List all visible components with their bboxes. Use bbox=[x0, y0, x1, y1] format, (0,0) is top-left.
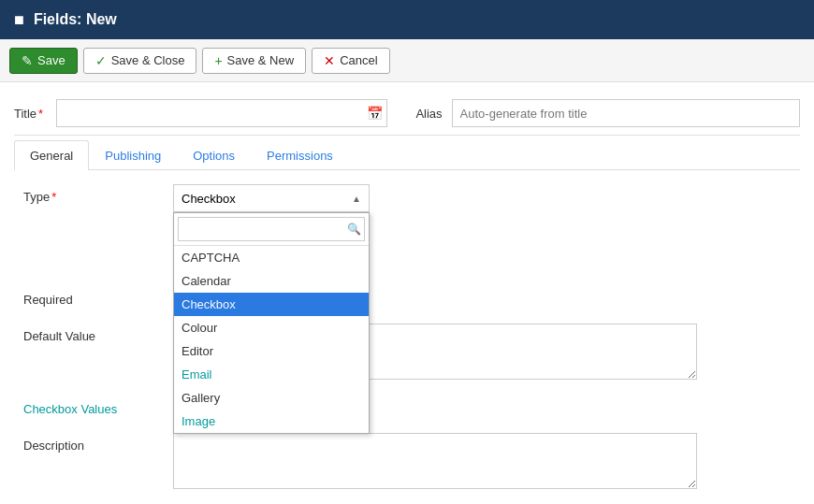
dropdown-item-email[interactable]: Email bbox=[174, 363, 369, 386]
type-dropdown-panel: 🔍 CAPTCHA Calendar Checkbox Colour Edito… bbox=[173, 212, 370, 434]
dropdown-item-gallery[interactable]: Gallery bbox=[174, 386, 369, 410]
title-input[interactable] bbox=[56, 99, 387, 127]
description-row: Description bbox=[14, 433, 800, 489]
title-input-wrapper: 📅 bbox=[56, 99, 387, 127]
alias-label: Alias bbox=[415, 107, 442, 121]
tab-content-general: Type* Checkbox ▲ 🔍 CAPTCHA Calendar bbox=[14, 170, 800, 504]
save-new-button[interactable]: + Save & New bbox=[202, 48, 306, 74]
required-label: Required bbox=[23, 287, 173, 307]
cancel-icon: ✕ bbox=[324, 53, 335, 68]
required-row: Required bbox=[14, 287, 800, 307]
checkbox-values-label: Checkbox Values bbox=[23, 396, 173, 416]
dropdown-item-captcha[interactable]: CAPTCHA bbox=[174, 246, 369, 269]
tabs-bar: General Publishing Options Permissions bbox=[14, 140, 800, 170]
check-icon: ✓ bbox=[95, 53, 107, 68]
type-label: Type* bbox=[23, 184, 173, 204]
save-icon: ✎ bbox=[22, 53, 33, 68]
puzzle-icon: ■ bbox=[14, 10, 24, 30]
type-row: Type* Checkbox ▲ 🔍 CAPTCHA Calendar bbox=[14, 184, 800, 212]
default-value-row: Default Value bbox=[14, 324, 800, 380]
content-area: Title* 📅 Alias General Publishing Option… bbox=[0, 82, 814, 504]
tab-publishing[interactable]: Publishing bbox=[89, 140, 177, 170]
description-textarea[interactable] bbox=[173, 433, 697, 489]
title-label: Title* bbox=[14, 107, 47, 121]
calendar-icon: 📅 bbox=[367, 106, 383, 121]
dropdown-item-editor[interactable]: Editor bbox=[174, 339, 369, 363]
tab-permissions[interactable]: Permissions bbox=[251, 140, 349, 170]
checkbox-values-row: Checkbox Values bbox=[14, 396, 800, 416]
page-title: Fields: New bbox=[34, 11, 117, 28]
plus-icon: + bbox=[214, 53, 222, 68]
page-header: ■ Fields: New bbox=[0, 0, 814, 39]
description-label: Description bbox=[23, 433, 173, 453]
type-select-wrapper: Checkbox ▲ 🔍 CAPTCHA Calendar Checkbox C… bbox=[173, 184, 370, 212]
tab-options[interactable]: Options bbox=[177, 140, 251, 170]
select-arrow-icon: ▲ bbox=[352, 194, 361, 204]
save-button[interactable]: ✎ Save bbox=[9, 48, 78, 74]
dropdown-item-image[interactable]: Image bbox=[174, 410, 369, 433]
tab-general[interactable]: General bbox=[14, 140, 89, 170]
toolbar: ✎ Save ✓ Save & Close + Save & New ✕ Can… bbox=[0, 39, 814, 82]
dropdown-item-calendar[interactable]: Calendar bbox=[174, 269, 369, 293]
default-value-label: Default Value bbox=[23, 324, 173, 343]
dropdown-item-colour[interactable]: Colour bbox=[174, 316, 369, 339]
dropdown-item-checkbox[interactable]: Checkbox bbox=[174, 293, 369, 316]
dropdown-search-input[interactable] bbox=[178, 217, 365, 241]
alias-input[interactable] bbox=[452, 99, 800, 127]
type-required-asterisk: * bbox=[51, 190, 56, 204]
save-close-button[interactable]: ✓ Save & Close bbox=[83, 48, 197, 74]
title-row: Title* 📅 Alias bbox=[14, 92, 800, 136]
search-icon: 🔍 bbox=[347, 223, 361, 236]
dropdown-search-area: 🔍 bbox=[174, 213, 369, 246]
dropdown-list: CAPTCHA Calendar Checkbox Colour Editor … bbox=[174, 246, 369, 433]
required-asterisk: * bbox=[38, 107, 43, 121]
cancel-button[interactable]: ✕ Cancel bbox=[312, 48, 389, 74]
type-select[interactable]: Checkbox ▲ bbox=[173, 184, 370, 212]
